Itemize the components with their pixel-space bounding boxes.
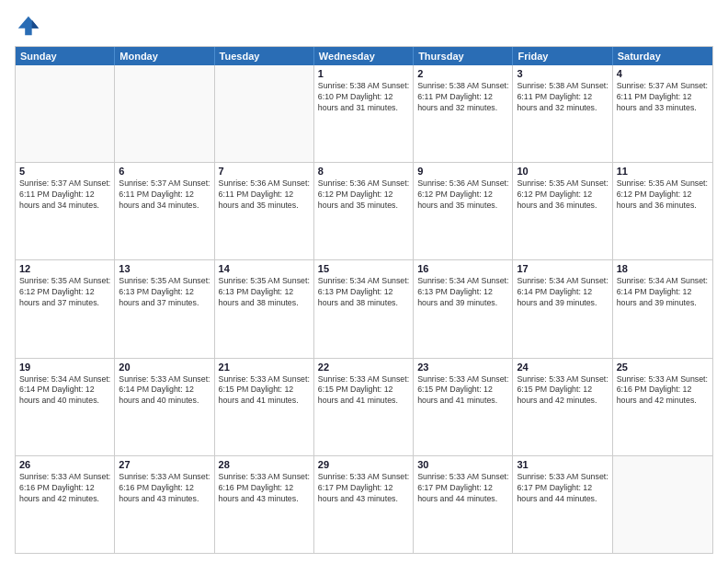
day-cell-22: 22Sunrise: 5:33 AM Sunset: 6:15 PM Dayli…	[314, 359, 414, 455]
day-info: Sunrise: 5:33 AM Sunset: 6:15 PM Dayligh…	[219, 374, 310, 408]
day-info: Sunrise: 5:33 AM Sunset: 6:17 PM Dayligh…	[318, 472, 409, 505]
day-number: 25	[617, 362, 709, 373]
day-cell-21: 21Sunrise: 5:33 AM Sunset: 6:15 PM Dayli…	[215, 359, 314, 455]
day-info: Sunrise: 5:33 AM Sunset: 6:16 PM Dayligh…	[617, 374, 709, 408]
day-number: 6	[119, 166, 210, 177]
day-number: 16	[417, 263, 508, 274]
day-info: Sunrise: 5:37 AM Sunset: 6:11 PM Dayligh…	[119, 178, 210, 212]
day-cell-16: 16Sunrise: 5:34 AM Sunset: 6:13 PM Dayli…	[414, 260, 513, 357]
calendar-row-2: 5Sunrise: 5:37 AM Sunset: 6:11 PM Daylig…	[16, 162, 712, 259]
day-info: Sunrise: 5:33 AM Sunset: 6:17 PM Dayligh…	[517, 472, 608, 505]
day-cell-9: 9Sunrise: 5:36 AM Sunset: 6:12 PM Daylig…	[414, 163, 513, 259]
calendar-row-5: 26Sunrise: 5:33 AM Sunset: 6:16 PM Dayli…	[16, 455, 712, 553]
logo	[15, 13, 44, 39]
day-number: 21	[219, 362, 310, 373]
day-number: 4	[617, 68, 709, 79]
empty-cell	[613, 456, 712, 553]
day-info: Sunrise: 5:34 AM Sunset: 6:14 PM Dayligh…	[19, 374, 110, 408]
day-number: 24	[517, 362, 608, 373]
calendar-row-3: 12Sunrise: 5:35 AM Sunset: 6:12 PM Dayli…	[16, 259, 712, 357]
day-cell-24: 24Sunrise: 5:33 AM Sunset: 6:15 PM Dayli…	[513, 359, 612, 455]
day-number: 30	[417, 459, 508, 470]
day-cell-27: 27Sunrise: 5:33 AM Sunset: 6:16 PM Dayli…	[115, 456, 214, 553]
logo-icon	[15, 13, 40, 39]
day-cell-4: 4Sunrise: 5:37 AM Sunset: 6:11 PM Daylig…	[613, 65, 712, 162]
day-info: Sunrise: 5:33 AM Sunset: 6:17 PM Dayligh…	[417, 472, 508, 505]
day-cell-31: 31Sunrise: 5:33 AM Sunset: 6:17 PM Dayli…	[513, 456, 612, 553]
day-info: Sunrise: 5:37 AM Sunset: 6:11 PM Dayligh…	[617, 81, 709, 114]
day-number: 12	[19, 263, 110, 274]
day-info: Sunrise: 5:35 AM Sunset: 6:13 PM Dayligh…	[119, 276, 210, 309]
header-day-friday: Friday	[513, 47, 612, 65]
day-number: 1	[318, 68, 409, 79]
day-info: Sunrise: 5:36 AM Sunset: 6:12 PM Dayligh…	[318, 178, 409, 212]
day-cell-14: 14Sunrise: 5:35 AM Sunset: 6:13 PM Dayli…	[215, 260, 314, 357]
day-cell-13: 13Sunrise: 5:35 AM Sunset: 6:13 PM Dayli…	[115, 260, 214, 357]
header-day-wednesday: Wednesday	[314, 47, 414, 65]
day-cell-17: 17Sunrise: 5:34 AM Sunset: 6:14 PM Dayli…	[513, 260, 612, 357]
day-cell-8: 8Sunrise: 5:36 AM Sunset: 6:12 PM Daylig…	[314, 163, 414, 259]
day-info: Sunrise: 5:35 AM Sunset: 6:13 PM Dayligh…	[219, 276, 310, 309]
day-number: 28	[219, 459, 310, 470]
day-number: 20	[119, 362, 210, 373]
day-cell-12: 12Sunrise: 5:35 AM Sunset: 6:12 PM Dayli…	[16, 260, 115, 357]
day-cell-28: 28Sunrise: 5:33 AM Sunset: 6:16 PM Dayli…	[215, 456, 314, 553]
day-number: 22	[318, 362, 409, 373]
day-cell-7: 7Sunrise: 5:36 AM Sunset: 6:11 PM Daylig…	[215, 163, 314, 259]
day-number: 17	[517, 263, 608, 274]
day-cell-18: 18Sunrise: 5:34 AM Sunset: 6:14 PM Dayli…	[613, 260, 712, 357]
day-number: 3	[517, 68, 608, 79]
day-info: Sunrise: 5:33 AM Sunset: 6:14 PM Dayligh…	[119, 374, 210, 408]
day-number: 29	[318, 459, 409, 470]
day-cell-5: 5Sunrise: 5:37 AM Sunset: 6:11 PM Daylig…	[16, 163, 115, 259]
day-number: 7	[219, 166, 310, 177]
day-number: 9	[417, 166, 508, 177]
day-cell-25: 25Sunrise: 5:33 AM Sunset: 6:16 PM Dayli…	[613, 359, 712, 455]
day-number: 26	[19, 459, 110, 470]
header-day-saturday: Saturday	[613, 47, 712, 65]
day-info: Sunrise: 5:33 AM Sunset: 6:16 PM Dayligh…	[119, 472, 210, 505]
page: SundayMondayTuesdayWednesdayThursdayFrid…	[0, 0, 728, 563]
day-number: 10	[517, 166, 608, 177]
day-cell-11: 11Sunrise: 5:35 AM Sunset: 6:12 PM Dayli…	[613, 163, 712, 259]
day-info: Sunrise: 5:33 AM Sunset: 6:15 PM Dayligh…	[517, 374, 608, 408]
day-cell-3: 3Sunrise: 5:38 AM Sunset: 6:11 PM Daylig…	[513, 65, 612, 162]
day-info: Sunrise: 5:34 AM Sunset: 6:14 PM Dayligh…	[617, 276, 709, 309]
day-number: 13	[119, 263, 210, 274]
day-cell-20: 20Sunrise: 5:33 AM Sunset: 6:14 PM Dayli…	[115, 359, 214, 455]
day-info: Sunrise: 5:33 AM Sunset: 6:16 PM Dayligh…	[219, 472, 310, 505]
day-cell-23: 23Sunrise: 5:33 AM Sunset: 6:15 PM Dayli…	[414, 359, 513, 455]
calendar: SundayMondayTuesdayWednesdayThursdayFrid…	[15, 46, 713, 554]
day-info: Sunrise: 5:34 AM Sunset: 6:14 PM Dayligh…	[517, 276, 608, 309]
day-number: 19	[19, 362, 110, 373]
day-cell-1: 1Sunrise: 5:38 AM Sunset: 6:10 PM Daylig…	[314, 65, 414, 162]
day-cell-29: 29Sunrise: 5:33 AM Sunset: 6:17 PM Dayli…	[314, 456, 414, 553]
empty-cell	[115, 65, 214, 162]
day-cell-19: 19Sunrise: 5:34 AM Sunset: 6:14 PM Dayli…	[16, 359, 115, 455]
day-info: Sunrise: 5:33 AM Sunset: 6:15 PM Dayligh…	[417, 374, 508, 408]
day-info: Sunrise: 5:38 AM Sunset: 6:10 PM Dayligh…	[318, 81, 409, 114]
empty-cell	[16, 65, 115, 162]
day-info: Sunrise: 5:34 AM Sunset: 6:13 PM Dayligh…	[318, 276, 409, 309]
day-number: 15	[318, 263, 409, 274]
day-info: Sunrise: 5:35 AM Sunset: 6:12 PM Dayligh…	[517, 178, 608, 212]
day-number: 23	[417, 362, 508, 373]
calendar-body: 1Sunrise: 5:38 AM Sunset: 6:10 PM Daylig…	[16, 65, 712, 553]
day-number: 14	[219, 263, 310, 274]
day-cell-2: 2Sunrise: 5:38 AM Sunset: 6:11 PM Daylig…	[414, 65, 513, 162]
calendar-row-4: 19Sunrise: 5:34 AM Sunset: 6:14 PM Dayli…	[16, 358, 712, 455]
day-info: Sunrise: 5:36 AM Sunset: 6:11 PM Dayligh…	[219, 178, 310, 212]
day-info: Sunrise: 5:34 AM Sunset: 6:13 PM Dayligh…	[417, 276, 508, 309]
day-number: 2	[417, 68, 508, 79]
header-day-tuesday: Tuesday	[215, 47, 314, 65]
day-info: Sunrise: 5:38 AM Sunset: 6:11 PM Dayligh…	[517, 81, 608, 114]
header-day-sunday: Sunday	[16, 47, 115, 65]
day-cell-30: 30Sunrise: 5:33 AM Sunset: 6:17 PM Dayli…	[414, 456, 513, 553]
header	[15, 13, 713, 39]
day-info: Sunrise: 5:33 AM Sunset: 6:15 PM Dayligh…	[318, 374, 409, 408]
header-day-monday: Monday	[115, 47, 214, 65]
day-number: 5	[19, 166, 110, 177]
day-number: 27	[119, 459, 210, 470]
svg-marker-1	[32, 19, 39, 28]
day-info: Sunrise: 5:36 AM Sunset: 6:12 PM Dayligh…	[417, 178, 508, 212]
